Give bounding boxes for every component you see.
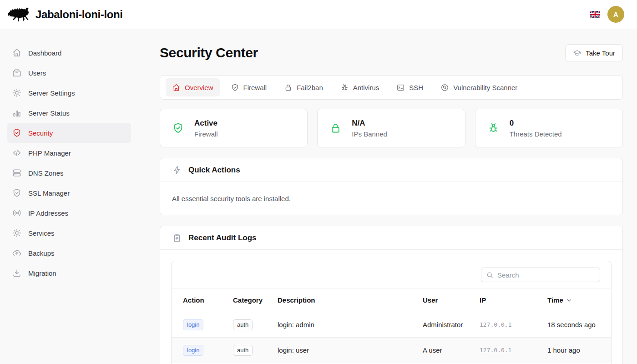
terminal-icon [396,83,405,92]
column-header-action[interactable]: Action [183,296,233,304]
status-card-ips-banned: N/A IPs Banned [317,109,465,147]
bar-chart-icon [12,108,22,118]
sidebar-item-label: Backups [28,249,55,257]
status-value: N/A [352,119,387,128]
status-card-threats-detected: 0 Threats Detected [475,109,623,147]
column-header-description[interactable]: Description [278,296,423,304]
shield-check-icon [12,128,22,138]
sidebar-item-server-status[interactable]: Server Status [7,103,131,123]
audit-logs-card: Recent Audit Logs ActionCategoryDescript… [160,226,623,364]
tab-label: Firewall [243,84,267,91]
tab-antivirus[interactable]: Antivirus [334,78,386,96]
bug-icon [487,122,500,134]
user-avatar[interactable]: A [607,6,624,23]
code-icon [12,148,22,158]
sidebar-item-dashboard[interactable]: Dashboard [7,43,131,63]
take-tour-button[interactable]: Take Tour [565,44,623,61]
bug-icon [340,83,349,92]
download-icon [12,268,22,278]
tab-label: SSH [409,84,423,91]
sidebar-item-dns-zones[interactable]: DNS Zones [7,163,131,183]
description-cell: login: user [278,346,423,354]
cloud-upload-icon [12,248,22,258]
tab-fail2ban[interactable]: Fail2ban [278,78,329,96]
sidebar-item-label: Security [28,129,53,137]
archive-icon [12,68,22,78]
home-icon [12,48,22,58]
sidebar-item-ssl-manager[interactable]: SSL Manager [7,183,131,203]
action-badge[interactable]: login [183,345,203,356]
search-field [481,268,600,282]
page-title: Security Center [160,45,258,61]
sidebar-item-label: Server Settings [28,89,75,97]
sidebar-item-label: Server Status [28,109,70,117]
audit-logs-title: Recent Audit Logs [188,233,257,243]
search-input[interactable] [497,271,595,279]
search-icon [486,271,494,279]
sidebar-item-backups[interactable]: Backups [7,243,131,263]
sidebar-item-ip-addresses[interactable]: IP Addresses [7,203,131,223]
top-bar: Jabaloni-loni-loni A [0,0,637,29]
boar-logo-icon [6,5,32,25]
category-badge: auth [233,345,253,356]
app-title: Jabaloni-loni-loni [35,8,122,21]
quick-actions-card: Quick Actions All essential security too… [160,158,623,215]
tab-label: Overview [185,84,213,91]
table-header-row: ActionCategoryDescriptionUserIPTime [172,288,611,312]
column-header-time[interactable]: Time [547,296,600,304]
uk-flag-icon[interactable] [590,11,600,18]
tab-ssh[interactable]: SSH [390,78,430,96]
tab-overview[interactable]: Overview [166,78,220,96]
tab-vulnerability-scanner[interactable]: Vulnerability Scanner [434,78,524,96]
gear-icon [12,88,22,98]
sidebar: DashboardUsersServer SettingsServer Stat… [0,29,138,364]
clipboard-icon [172,233,182,243]
sidebar-item-label: DNS Zones [28,169,64,177]
sidebar-item-migration[interactable]: Migration [7,263,131,283]
shield-check-icon [172,122,184,134]
server-stack-icon [12,168,22,178]
table-row: login auth login: admin Administrator 12… [172,312,611,337]
column-header-category[interactable]: Category [233,296,278,304]
radio-waves-icon [12,208,22,218]
status-label: IPs Banned [352,130,387,138]
time-cell: 18 seconds ago [547,321,600,329]
action-badge[interactable]: login [183,319,203,330]
sidebar-item-label: Users [28,69,46,77]
column-header-ip[interactable]: IP [480,296,547,304]
column-header-user[interactable]: User [423,296,480,304]
take-tour-label: Take Tour [586,49,615,57]
sidebar-item-label: PHP Manager [28,149,71,157]
sidebar-item-label: Services [28,229,55,237]
security-tabs: OverviewFirewallFail2banAntivirusSSHVuln… [160,75,623,100]
shield-check-icon [231,83,239,92]
status-value: 0 [510,119,562,128]
sidebar-item-users[interactable]: Users [7,63,131,83]
chevron-down-icon [566,297,573,304]
category-badge: auth [233,319,253,330]
sidebar-item-label: IP Addresses [28,209,68,217]
lock-icon [284,83,293,92]
sidebar-item-services[interactable]: Services [7,223,131,243]
tab-label: Antivirus [353,84,379,91]
audit-logs-table: ActionCategoryDescriptionUserIPTime logi… [171,261,612,364]
sidebar-item-security[interactable]: Security [7,123,131,143]
lightning-icon [172,165,182,175]
tab-firewall[interactable]: Firewall [224,78,273,96]
graduation-cap-icon [573,49,581,57]
quick-actions-title: Quick Actions [188,166,240,175]
ip-cell: 127.0.0.1 [480,347,547,354]
status-label: Firewall [194,130,218,138]
sidebar-item-php-manager[interactable]: PHP Manager [7,143,131,163]
scan-icon [440,83,449,92]
user-cell: Administrator [423,321,480,329]
shield-check-icon [12,188,22,198]
time-cell: 1 hour ago [547,346,600,354]
tab-label: Fail2ban [297,84,323,91]
sidebar-item-label: Dashboard [28,49,61,57]
lock-icon [329,122,342,134]
gear-icon [12,228,22,238]
sidebar-item-label: SSL Manager [28,189,70,197]
quick-actions-message: All essential security tools are install… [160,182,622,215]
sidebar-item-server-settings[interactable]: Server Settings [7,83,131,103]
